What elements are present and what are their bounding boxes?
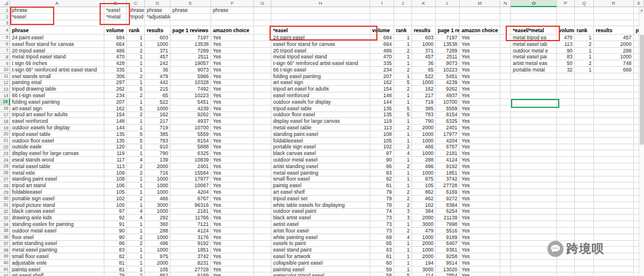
row-header-33[interactable]: 33 — [0, 215, 10, 221]
cell-P18[interactable] — [557, 118, 575, 125]
cell-I11[interactable]: 207 — [370, 73, 394, 80]
cell-G11[interactable] — [254, 73, 271, 80]
cell-N42[interactable] — [500, 272, 511, 276]
cell-B30[interactable]: 102 — [104, 196, 127, 202]
cell-D16[interactable]: 1000 — [145, 106, 171, 112]
cell-O1[interactable] — [511, 7, 557, 14]
cell-C14[interactable]: 2 — [127, 92, 145, 99]
cell-E3[interactable] — [171, 20, 211, 26]
cell-B32[interactable]: 97 — [104, 209, 127, 215]
cell-O40[interactable] — [511, 260, 557, 266]
cell-J19[interactable]: 2 — [394, 125, 412, 131]
cell-N7[interactable] — [500, 48, 511, 54]
cell-F22[interactable]: Yes — [211, 144, 254, 151]
cell-R23[interactable] — [594, 150, 634, 157]
cell-A7[interactable]: 20 tripod easel — [10, 48, 104, 54]
cell-I2[interactable] — [370, 14, 394, 20]
cell-M31[interactable]: Yes — [460, 202, 500, 209]
row-header-40[interactable]: 40 — [0, 260, 10, 266]
cell-I29[interactable]: 79 — [370, 189, 394, 196]
cell-I40[interactable]: 60 — [370, 260, 394, 266]
cell-J13[interactable]: 2 — [394, 86, 412, 92]
cell-Q7[interactable]: 1 — [575, 48, 594, 54]
column-header-R[interactable]: R — [594, 0, 634, 7]
cell-G41[interactable] — [254, 266, 271, 273]
cell-L11[interactable]: 5451 — [436, 73, 460, 80]
cell-I8[interactable]: 470 — [370, 54, 394, 60]
row-header-42[interactable]: 42 — [0, 272, 10, 276]
cell-R1[interactable] — [594, 7, 634, 14]
cell-J40[interactable]: 1 — [394, 260, 412, 266]
cell-A21[interactable]: outdoor floor easel — [10, 138, 104, 144]
cell-H25[interactable]: artist standing easel — [271, 163, 370, 170]
cell-Q41[interactable] — [575, 266, 594, 273]
column-header-H[interactable]: H — [271, 0, 370, 7]
cell-Q6[interactable]: 2 — [575, 41, 594, 48]
cell-G29[interactable] — [254, 189, 271, 196]
cell-H18[interactable]: display easel for large canvas — [271, 118, 370, 125]
cell-P14[interactable] — [557, 92, 575, 99]
cell-A33[interactable]: drawing aisle kids — [10, 215, 104, 221]
cell-A14[interactable]: 66 t-sign easel — [10, 92, 104, 99]
cell-M6[interactable]: Yes — [460, 41, 500, 48]
cell-H27[interactable]: small floor easel — [271, 176, 370, 183]
cell-R41[interactable] — [594, 266, 634, 273]
cell-I41[interactable]: 59 — [370, 266, 394, 273]
cell-I35[interactable]: 73 — [370, 228, 394, 234]
cell-C12[interactable]: 1 — [127, 80, 145, 86]
cell-H32[interactable]: outdoor easel paint — [271, 209, 370, 215]
cell-F28[interactable]: Yes — [211, 182, 254, 189]
cell-H13[interactable]: tripod art easel for adults — [271, 86, 370, 92]
cell-N37[interactable] — [500, 241, 511, 247]
cell-I6[interactable]: 664 — [370, 41, 394, 48]
cell-P7[interactable]: 90 — [557, 48, 575, 54]
cell-N41[interactable] — [500, 266, 511, 273]
column-header-J[interactable]: J — [394, 0, 412, 7]
row-header-34[interactable]: 34 — [0, 221, 10, 228]
cell-D5[interactable]: 603 — [145, 35, 171, 41]
cell-C33[interactable]: 4 — [127, 215, 145, 221]
cell-B4[interactable]: volume — [104, 26, 127, 35]
cell-G31[interactable] — [254, 202, 271, 209]
cell-I15[interactable]: 144 — [370, 99, 394, 106]
cell-M16[interactable]: Yes — [460, 106, 500, 112]
cell-R9[interactable]: 748 — [594, 60, 634, 67]
cell-M25[interactable]: Yes — [460, 163, 500, 170]
cell-E29[interactable]: 4204 — [171, 189, 211, 196]
cell-J8[interactable]: 1 — [394, 54, 412, 60]
cell-K22[interactable]: 466 — [412, 144, 436, 151]
cell-L16[interactable]: 5559 — [436, 106, 460, 112]
cell-K6[interactable]: 1000 — [412, 41, 436, 48]
cell-A28[interactable]: tripod art stand — [10, 182, 104, 189]
row-header-35[interactable]: 35 — [0, 228, 10, 234]
cell-P8[interactable]: 83 — [557, 54, 575, 60]
cell-N1[interactable] — [500, 7, 511, 14]
cell-E41[interactable]: 27728 — [171, 266, 211, 273]
cell-Q26[interactable] — [575, 170, 594, 176]
cell-O28[interactable] — [511, 182, 557, 189]
cell-L30[interactable]: 9272 — [436, 196, 460, 202]
cell-M39[interactable]: Yes — [460, 253, 500, 260]
cell-L28[interactable]: 27728 — [436, 182, 460, 189]
cell-I10[interactable]: 234 — [370, 67, 394, 73]
column-header-N[interactable]: N — [500, 0, 511, 7]
cell-G7[interactable] — [254, 48, 271, 54]
cell-E19[interactable]: 10700 — [171, 125, 211, 131]
cell-K20[interactable]: 1000 — [412, 131, 436, 138]
cell-Q16[interactable] — [575, 106, 594, 112]
cell-F18[interactable]: Yes — [211, 118, 254, 125]
cell-A37[interactable]: artist standing easel — [10, 241, 104, 247]
cell-B17[interactable]: 154 — [104, 112, 127, 119]
cell-H30[interactable]: tripod easel set — [271, 196, 370, 202]
row-header-24[interactable]: 24 — [0, 157, 10, 163]
cell-H14[interactable]: easel reinforced — [271, 92, 370, 99]
cell-D25[interactable]: 2000 — [145, 163, 171, 170]
cell-R19[interactable] — [594, 125, 634, 131]
cell-L17[interactable]: 8154 — [436, 112, 460, 119]
cell-N36[interactable] — [500, 234, 511, 241]
cell-C27[interactable]: 1 — [127, 176, 145, 183]
cell-N16[interactable] — [500, 106, 511, 112]
cell-H7[interactable]: 20 tripod easel — [271, 48, 370, 54]
cell-G19[interactable] — [254, 125, 271, 131]
cell-M33[interactable]: Yes — [460, 215, 500, 221]
